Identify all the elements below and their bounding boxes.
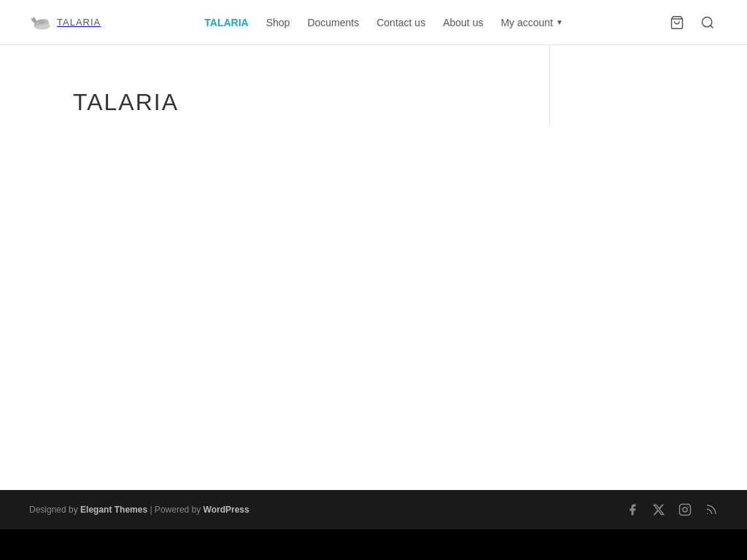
site-header: TALARIA TALARIA Shop Documents Contact u… [0, 0, 747, 45]
nav-item-about: About us [443, 16, 483, 29]
cart-button[interactable] [667, 12, 687, 33]
search-button[interactable] [697, 12, 718, 33]
logo-text: TALARIA [57, 17, 101, 28]
logo-area: TALARIA [29, 11, 101, 34]
facebook-link[interactable] [626, 503, 639, 516]
svg-point-8 [687, 506, 689, 508]
search-icon [700, 15, 715, 30]
svg-line-5 [711, 25, 713, 28]
logo-link[interactable]: TALARIA [29, 11, 101, 34]
content-divider [549, 45, 550, 125]
svg-point-7 [683, 508, 687, 512]
nav-item-talaria: TALARIA [204, 16, 248, 29]
rss-icon [705, 503, 718, 516]
page-title: TALARIA [73, 89, 518, 116]
instagram-icon [678, 503, 692, 516]
logo-icon [29, 11, 53, 34]
nav-link-contact[interactable]: Contact us [376, 17, 425, 28]
header-icons [667, 12, 718, 33]
account-arrow-icon: ▼ [556, 18, 563, 26]
nav-link-talaria[interactable]: TALARIA [204, 17, 248, 28]
site-footer: Designed by Elegant Themes | Powered by … [0, 490, 747, 529]
logo: TALARIA [29, 11, 101, 34]
footer-credits: Designed by Elegant Themes | Powered by … [29, 505, 249, 515]
nav-link-documents[interactable]: Documents [307, 17, 359, 28]
nav-link-shop[interactable]: Shop [266, 17, 290, 28]
instagram-link[interactable] [678, 503, 692, 516]
nav-item-shop: Shop [266, 16, 290, 29]
twitter-x-link[interactable] [652, 503, 665, 516]
nav-link-about[interactable]: About us [443, 17, 483, 28]
wordpress-link[interactable]: WordPress [204, 505, 249, 515]
main-nav: TALARIA Shop Documents Contact us About … [204, 16, 563, 29]
rss-link[interactable] [705, 503, 718, 516]
nav-item-documents: Documents [307, 16, 359, 29]
account-nav-label: My account ▼ [500, 17, 563, 28]
svg-rect-6 [680, 505, 691, 516]
facebook-icon [626, 503, 639, 516]
credits-middle: | Powered by [150, 505, 203, 515]
svg-point-9 [707, 513, 708, 515]
cart-icon [670, 15, 684, 30]
nav-link-account[interactable]: My account ▼ [500, 17, 563, 28]
credits-prefix: Designed by [29, 505, 80, 515]
bottom-bar [0, 529, 747, 560]
twitter-x-icon [652, 503, 665, 516]
footer-social [626, 503, 718, 516]
elegant-themes-link[interactable]: Elegant Themes [80, 505, 147, 515]
nav-item-account: My account ▼ [500, 17, 563, 28]
main-content: TALARIA [0, 45, 547, 490]
nav-item-contact: Contact us [376, 16, 425, 29]
svg-point-4 [703, 17, 712, 26]
